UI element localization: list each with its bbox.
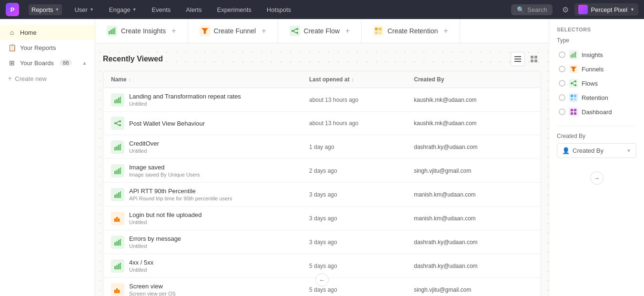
svg-rect-1 bbox=[111, 30, 112, 34]
svg-rect-43 bbox=[118, 240, 120, 246]
user-menu[interactable]: Percept Pixel ▼ bbox=[574, 3, 638, 16]
sidebar-item-your-reports[interactable]: 📋 Your Reports bbox=[0, 40, 95, 55]
svg-rect-0 bbox=[109, 31, 110, 34]
svg-rect-28 bbox=[118, 145, 120, 150]
svg-rect-55 bbox=[571, 55, 572, 58]
create-retention-icon bbox=[373, 26, 383, 36]
table-row[interactable]: Image saved Image saved By Unique Users … bbox=[103, 159, 541, 183]
row-title: CreditOver bbox=[129, 140, 159, 147]
svg-rect-64 bbox=[574, 95, 576, 97]
svg-point-61 bbox=[574, 80, 576, 82]
row-subtitle: Screen view per OS bbox=[129, 291, 176, 296]
create-new-button[interactable]: + Create new bbox=[0, 70, 95, 87]
svg-rect-39 bbox=[116, 217, 118, 222]
recently-viewed-table: Name ↕ Last opened at ↕ Created By Landi… bbox=[103, 71, 541, 296]
svg-rect-49 bbox=[114, 290, 116, 293]
filter-types-list: Insights Funnels Flows Retention Dashboa… bbox=[557, 48, 636, 119]
filter-type-item[interactable]: Flows bbox=[557, 76, 636, 90]
svg-rect-35 bbox=[116, 194, 118, 198]
row-subtitle: Image saved By Unique Users bbox=[129, 172, 200, 178]
table-row[interactable]: Login but not file uploaded Untitled 3 d… bbox=[103, 207, 541, 230]
svg-point-6 bbox=[296, 28, 298, 30]
name-sort-icon[interactable]: ↕ bbox=[129, 77, 131, 82]
row-subtitle: Untitled bbox=[129, 219, 202, 225]
time-sort-icon[interactable]: ↕ bbox=[352, 77, 354, 82]
nav-alerts[interactable]: Alerts bbox=[183, 4, 204, 15]
create-flow-icon bbox=[290, 26, 300, 36]
row-name-cell: Login but not file uploaded Untitled bbox=[111, 211, 309, 225]
svg-rect-34 bbox=[114, 195, 116, 198]
filter-radio bbox=[559, 109, 565, 115]
row-creator: singh.vjitu@gmail.com bbox=[414, 286, 533, 293]
boards-collapse-icon: ▲ bbox=[82, 60, 87, 66]
svg-point-25 bbox=[119, 124, 121, 126]
svg-rect-16 bbox=[534, 56, 537, 59]
row-creator: dashrath.ky@udaan.com bbox=[414, 263, 533, 269]
svg-rect-15 bbox=[531, 56, 533, 59]
table-row[interactable]: Post Wallet View Behaviour about 13 hour… bbox=[103, 112, 541, 135]
nav-experiments[interactable]: Experiments bbox=[214, 4, 254, 15]
filter-radio bbox=[559, 66, 565, 72]
section-header: Recently Viewed bbox=[103, 43, 541, 71]
sidebar-item-home[interactable]: ⌂ Home bbox=[0, 25, 95, 40]
top-navigation: P Reports ▼ User ▼ Engage ▼ Events Alert… bbox=[0, 0, 644, 19]
nav-user[interactable]: User ▼ bbox=[71, 4, 96, 15]
svg-rect-51 bbox=[118, 290, 120, 293]
create-retention-button[interactable]: Create Retention + bbox=[362, 19, 460, 43]
svg-rect-45 bbox=[114, 266, 116, 269]
panel-divider bbox=[557, 126, 636, 126]
settings-icon[interactable]: ⚙ bbox=[562, 5, 569, 14]
filter-type-item[interactable]: Funnels bbox=[557, 62, 636, 76]
svg-rect-65 bbox=[571, 98, 573, 100]
nav-hotspots[interactable]: Hotspots bbox=[264, 4, 294, 15]
logo-icon[interactable]: P bbox=[6, 3, 19, 16]
row-name-cell: Landing and Transformation repeat rates … bbox=[111, 93, 309, 107]
svg-rect-57 bbox=[574, 53, 574, 58]
row-subtitle: Untitled bbox=[129, 148, 159, 154]
nav-events[interactable]: Events bbox=[149, 4, 174, 15]
filter-radio bbox=[559, 94, 565, 101]
row-creator: dashrath.ky@udaan.com bbox=[414, 239, 533, 246]
filter-label: Retention bbox=[582, 94, 608, 101]
filter-label: Insights bbox=[582, 51, 603, 59]
create-insights-button[interactable]: Create Insights + bbox=[95, 19, 188, 43]
column-name: Name ↕ bbox=[111, 76, 309, 83]
svg-rect-68 bbox=[574, 109, 576, 111]
row-title: Post Wallet View Behaviour bbox=[129, 120, 205, 127]
create-flow-button[interactable]: Create Flow + bbox=[278, 19, 362, 43]
filter-type-item[interactable]: Dashboard bbox=[557, 105, 636, 119]
svg-rect-26 bbox=[114, 147, 116, 150]
filter-type-item[interactable]: Retention bbox=[557, 90, 636, 105]
filter-radio bbox=[559, 80, 565, 87]
create-bar: Create Insights + Create Funnel + Create… bbox=[95, 19, 549, 43]
table-body: Landing and Transformation repeat rates … bbox=[103, 88, 541, 296]
row-title: 4xx / 5xx bbox=[129, 259, 153, 266]
row-time: about 13 hours ago bbox=[309, 97, 414, 103]
scroll-right-button[interactable]: → bbox=[590, 171, 604, 185]
nav-engage[interactable]: Engage ▼ bbox=[106, 4, 140, 15]
create-funnel-button[interactable]: Create Funnel + bbox=[188, 19, 278, 43]
nav-reports[interactable]: Reports ▼ bbox=[29, 4, 62, 15]
right-panel: Selectors Type Insights Funnels Flows Re… bbox=[549, 19, 644, 296]
table-row[interactable]: CreditOver Untitled 1 day ago dashrath.k… bbox=[103, 135, 541, 159]
svg-rect-22 bbox=[120, 97, 121, 103]
grid-view-button[interactable] bbox=[527, 52, 541, 66]
row-text: Post Wallet View Behaviour bbox=[129, 120, 205, 127]
table-row[interactable]: API RTT 90th Percentile API Round trip t… bbox=[103, 183, 541, 207]
search-button[interactable]: 🔍 Search bbox=[511, 4, 553, 15]
table-row[interactable]: Errors by message Untitled 3 days ago da… bbox=[103, 230, 541, 254]
svg-rect-48 bbox=[120, 263, 121, 269]
sidebar-item-your-boards[interactable]: ⊞ Your Boards 88 ▲ bbox=[0, 55, 95, 70]
list-view-button[interactable] bbox=[511, 52, 525, 66]
svg-point-23 bbox=[114, 122, 116, 124]
table-row[interactable]: Landing and Transformation repeat rates … bbox=[103, 88, 541, 112]
column-last-opened: Last opened at ↕ bbox=[309, 76, 414, 83]
row-time: 5 days ago bbox=[309, 286, 414, 293]
created-by-filter[interactable]: 👤 Created By ▼ bbox=[557, 143, 636, 158]
filter-type-item[interactable]: Insights bbox=[557, 48, 636, 62]
svg-rect-33 bbox=[120, 168, 121, 174]
svg-rect-13 bbox=[514, 59, 521, 59]
svg-rect-58 bbox=[575, 52, 576, 58]
row-time: 3 days ago bbox=[309, 239, 414, 246]
row-subtitle: API Round trip time for 90th percentile … bbox=[129, 196, 232, 201]
